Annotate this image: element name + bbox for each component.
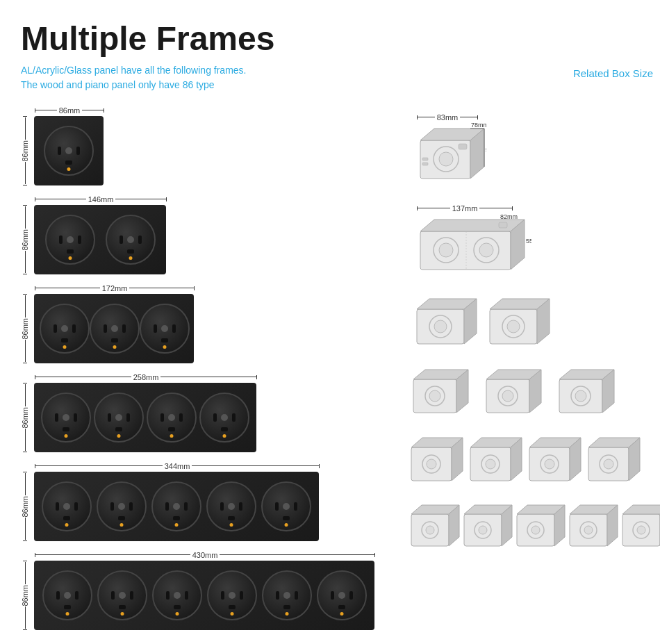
svg-point-18 xyxy=(479,243,493,257)
subtitle: AL/Acrylic/Glass panel have all the foll… xyxy=(21,63,639,92)
svg-text:78mm: 78mm xyxy=(471,123,486,129)
socket-1 xyxy=(45,215,95,265)
frame-row-5: 344mm 86mm xyxy=(21,462,382,541)
svg-point-47 xyxy=(575,390,586,402)
frame-row-3: 172mm 86mm xyxy=(21,284,382,363)
box-svg-4 xyxy=(410,367,625,422)
socket-frame-2 xyxy=(34,205,166,274)
svg-rect-7 xyxy=(422,163,428,165)
related-box-label: Related Box Size xyxy=(573,67,653,79)
page-container: Multiple Frames AL/Acrylic/Glass panel h… xyxy=(0,0,660,644)
socket-frame-1 xyxy=(34,116,104,185)
svg-rect-5 xyxy=(459,144,467,149)
svg-point-4 xyxy=(439,152,453,166)
box-row-2: 137mm xyxy=(410,204,660,280)
box-svg-1: 78mm 55mm xyxy=(410,123,486,189)
box-svg-2: 82mm 55mm xyxy=(410,214,531,280)
svg-point-82 xyxy=(531,526,540,534)
svg-point-62 xyxy=(545,459,554,469)
svg-point-52 xyxy=(427,459,436,469)
svg-marker-89 xyxy=(622,505,660,514)
box-svg-3 xyxy=(410,295,563,354)
subtitle-line2: The wood and piano panel only have 86 ty… xyxy=(21,79,215,90)
svg-point-27 xyxy=(434,320,447,333)
box-row-3 xyxy=(410,295,660,354)
svg-text:55mm: 55mm xyxy=(526,238,531,245)
svg-point-42 xyxy=(502,390,513,402)
box-row-5 xyxy=(410,435,660,490)
svg-marker-13 xyxy=(420,220,525,231)
box-svg-5 xyxy=(410,435,646,490)
svg-point-32 xyxy=(507,320,520,333)
frame-row-6: 430mm 86mm xyxy=(21,551,382,630)
svg-point-77 xyxy=(479,526,487,534)
page-title: Multiple Frames xyxy=(21,21,639,58)
svg-rect-20 xyxy=(499,222,507,228)
socket-2 xyxy=(106,215,156,265)
socket-frame-6 xyxy=(34,561,374,630)
svg-point-67 xyxy=(604,459,613,469)
box-row-4 xyxy=(410,367,660,422)
frame-row-1: 86mm 86mm xyxy=(21,106,382,185)
frame-row-2: 146mm 86mm xyxy=(21,195,382,274)
svg-point-87 xyxy=(584,526,593,534)
svg-point-92 xyxy=(637,526,645,534)
box-row-6 xyxy=(410,503,660,557)
svg-text:82mm: 82mm xyxy=(500,214,518,220)
boxes-column: 83mm xyxy=(382,106,660,640)
frame-row-4: 258mm 86mm xyxy=(21,373,382,452)
svg-rect-6 xyxy=(422,158,428,160)
socket-1 xyxy=(44,126,94,176)
box-svg-6 xyxy=(410,503,660,557)
frames-column: 86mm 86mm xyxy=(21,106,382,640)
box-row-1: 83mm xyxy=(410,113,660,189)
main-content: 86mm 86mm xyxy=(21,106,639,640)
socket-frame-5 xyxy=(34,472,319,541)
svg-point-16 xyxy=(439,243,453,257)
svg-text:55mm: 55mm xyxy=(486,147,486,154)
svg-point-57 xyxy=(486,459,495,469)
socket-frame-3 xyxy=(34,294,194,363)
socket-frame-4 xyxy=(34,383,256,452)
subtitle-line1: AL/Acrylic/Glass panel have all the foll… xyxy=(21,65,246,76)
svg-point-37 xyxy=(429,390,440,402)
svg-point-72 xyxy=(426,526,434,534)
